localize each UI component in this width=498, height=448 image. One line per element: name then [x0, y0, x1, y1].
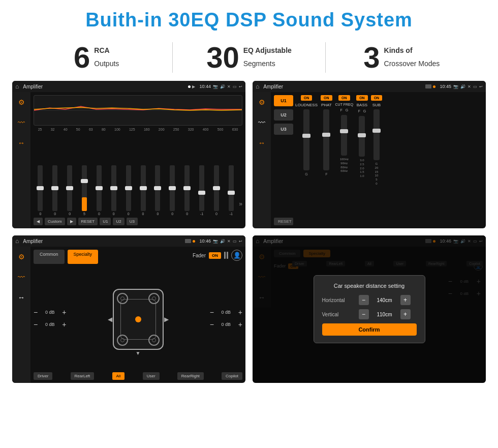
tab-common[interactable]: Common	[34, 250, 65, 264]
db-plus-3[interactable]: +	[238, 308, 242, 316]
eq-slider-7[interactable]: 0	[121, 165, 135, 216]
fader-home-icon[interactable]: ⌂	[15, 237, 19, 245]
vertical-minus-btn[interactable]: −	[359, 309, 369, 319]
xo-on-loudness[interactable]: ON	[301, 95, 313, 101]
db-plus-4[interactable]: +	[238, 320, 242, 328]
expand-icon[interactable]: »	[239, 200, 242, 207]
eq-preset-custom[interactable]: Custom	[45, 218, 65, 225]
fader-close-icon: ✕	[227, 239, 231, 244]
xo-on-cutfreq[interactable]: ON	[338, 95, 350, 101]
distance-screen-card: ⌂ Amplifier 10:46 📷 🔊 ✕ ▭ ↩ ⚙ 〰 ↔ Common	[253, 235, 486, 383]
xo-fader-cutfreq[interactable]	[341, 115, 347, 156]
dialog-title: Car speaker distance setting	[322, 283, 417, 289]
home-icon[interactable]: ⌂	[15, 83, 19, 90]
stat-number-crossover: 3	[363, 43, 380, 72]
minimize-icon: ▭	[233, 84, 237, 89]
eq-nav-icon-3[interactable]: ↔	[15, 137, 27, 149]
car-diagram: ◀ ▶ ▼	[75, 289, 200, 350]
fader-nav-icon-2[interactable]: 〰	[15, 271, 27, 283]
fader-profile-icon[interactable]: 👤	[231, 250, 242, 261]
db-plus-1[interactable]: +	[62, 308, 66, 316]
db-plus-2[interactable]: +	[62, 320, 66, 328]
eq-slider-13[interactable]: 0	[210, 165, 224, 216]
eq-status-dots: ▶	[188, 84, 195, 89]
fader-title: Amplifier	[23, 238, 183, 244]
xo-name-bass: BASS	[357, 103, 367, 107]
vertical-plus-btn[interactable]: +	[400, 309, 411, 319]
fader-back-icon[interactable]: ↩	[239, 239, 242, 244]
btn-all[interactable]: All	[112, 372, 125, 380]
eq-slider-14[interactable]: -1	[224, 165, 238, 216]
db-control-3: − 0 dB +	[210, 308, 242, 316]
confirm-button[interactable]: Confirm	[322, 323, 417, 336]
camera-icon: 📷	[213, 84, 218, 89]
fader-nav-icon-3[interactable]: ↔	[15, 291, 27, 304]
eq-slider-3[interactable]: 0	[63, 165, 77, 216]
xo-u2-btn[interactable]: U2	[274, 109, 293, 121]
horizontal-value: 140cm	[372, 297, 397, 303]
arrow-down[interactable]: ▼	[136, 350, 141, 356]
eq-nav-icon-2[interactable]: 〰	[15, 116, 27, 129]
eq-slider-6[interactable]: 0	[107, 165, 120, 216]
db-minus-4[interactable]: −	[210, 320, 214, 328]
eq-status-bar: ⌂ Amplifier ▶ 10:44 📷 🔊 ✕ ▭ ↩	[12, 81, 245, 92]
db-control-1: − 0 dB +	[34, 308, 66, 316]
xo-nav-icon-3[interactable]: ↔	[256, 137, 268, 149]
fader-on-badge[interactable]: ON	[209, 252, 221, 259]
xo-fader-phat[interactable]	[323, 109, 329, 170]
arrow-right[interactable]: ▶	[164, 316, 169, 323]
eq-u2-btn[interactable]: U2	[113, 218, 124, 225]
db-minus-1[interactable]: −	[34, 308, 38, 316]
eq-slider-4[interactable]: 5	[78, 165, 91, 216]
xo-home-icon[interactable]: ⌂	[256, 83, 259, 90]
eq-nav-icon-1[interactable]: ⚙	[15, 96, 27, 108]
xo-fader-loudness[interactable]	[303, 109, 309, 170]
tab-specialty[interactable]: Specialty	[68, 250, 99, 264]
xo-fader-sub[interactable]	[374, 109, 380, 160]
eq-slider-11[interactable]: 0	[180, 165, 194, 216]
dialog-overlay: Car speaker distance setting Horizontal …	[253, 235, 486, 383]
next-icon[interactable]: ▶	[67, 218, 76, 225]
eq-slider-5[interactable]: 0	[92, 165, 106, 216]
db-minus-3[interactable]: −	[210, 308, 214, 316]
xo-reset-btn[interactable]: RESET	[274, 218, 293, 225]
fader-nav-icon-1[interactable]: ⚙	[15, 251, 27, 263]
xo-fader-bass[interactable]	[359, 116, 365, 157]
xo-nav-icon-2[interactable]: 〰	[256, 116, 268, 129]
eq-u3-btn[interactable]: U3	[127, 218, 138, 225]
xo-back-icon[interactable]: ↩	[479, 84, 483, 89]
eq-slider-9[interactable]: 0	[151, 165, 165, 216]
eq-slider-8[interactable]: 0	[136, 165, 150, 216]
xo-u3-btn[interactable]: U3	[274, 124, 293, 135]
fader-time: 10:46	[199, 238, 211, 244]
db-control-2: − 0 dB +	[34, 320, 66, 328]
eq-screen-card: ⌂ Amplifier ▶ 10:44 📷 🔊 ✕ ▭ ↩ ⚙ 〰 ↔	[12, 81, 245, 228]
expand-icon-col[interactable]: »	[239, 200, 242, 216]
back-icon[interactable]: ↩	[239, 84, 242, 89]
prev-icon[interactable]: ◀	[34, 218, 43, 225]
eq-reset-btn[interactable]: RESET	[78, 218, 98, 225]
btn-copilot[interactable]: Copilot	[222, 372, 242, 380]
btn-rearleft[interactable]: RearLeft	[71, 372, 95, 380]
xo-close-icon: ✕	[468, 84, 471, 89]
xo-nav-icon-1[interactable]: ⚙	[256, 96, 268, 108]
btn-driver[interactable]: Driver	[34, 372, 52, 380]
eq-slider-1[interactable]: 0	[34, 165, 47, 216]
xo-on-bass[interactable]: ON	[356, 95, 368, 101]
eq-u1-btn[interactable]: U1	[100, 218, 111, 225]
xo-on-sub[interactable]: ON	[371, 95, 383, 101]
fader-status-bar: ⌂ Amplifier 10:46 📷 🔊 ✕ ▭ ↩	[12, 235, 245, 247]
arrow-left[interactable]: ◀	[108, 316, 112, 323]
xo-ch-sub: ON SUB G20151050	[371, 95, 383, 225]
horizontal-minus-btn[interactable]: −	[359, 295, 369, 305]
eq-slider-12[interactable]: -1	[195, 165, 209, 216]
eq-slider-2[interactable]: 0	[48, 165, 62, 216]
btn-rearright[interactable]: RearRight	[177, 372, 204, 380]
horizontal-plus-btn[interactable]: +	[400, 295, 411, 305]
eq-slider-10[interactable]: 0	[166, 165, 179, 216]
db-minus-2[interactable]: −	[34, 320, 38, 328]
xo-name-phat: PHAT	[321, 103, 332, 107]
xo-on-phat[interactable]: ON	[321, 95, 332, 101]
btn-user[interactable]: User	[143, 372, 160, 380]
xo-u1-btn[interactable]: U1	[274, 95, 293, 106]
